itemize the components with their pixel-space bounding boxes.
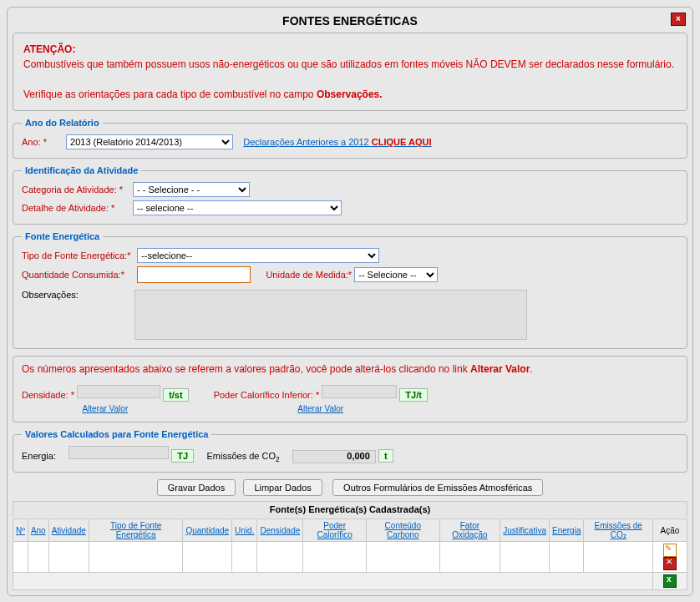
table-footer-row: [13, 573, 687, 590]
pci-unit: TJ/t: [399, 388, 428, 402]
qtd-label: Quantidade Consumida:*: [22, 270, 134, 280]
col-tipo[interactable]: Tipo de Fonte Energética: [110, 521, 161, 539]
limpar-button[interactable]: Limpar Dados: [243, 479, 322, 496]
col-justif[interactable]: Justificativa: [503, 526, 546, 535]
detalhe-label: Detalhe de Atividade: *: [22, 203, 130, 213]
alterar-densidade-link[interactable]: Alterar Valor: [82, 404, 128, 413]
energia-label: Energia:: [22, 451, 56, 461]
button-row: Gravar Dados Limpar Dados Outros Formulá…: [13, 479, 687, 496]
col-fator[interactable]: Fator Oxidação: [452, 521, 487, 539]
col-pci[interactable]: Poder Calorífico: [317, 521, 353, 539]
modal-window: FONTES ENERGÉTICAS × ATENÇÃO: Combustíve…: [7, 7, 693, 596]
declaracoes-anteriores-link[interactable]: Declarações Anteriores a 2012 CLIQUE AQU…: [243, 137, 431, 147]
title-bar: FONTES ENERGÉTICAS ×: [13, 13, 687, 33]
ano-select[interactable]: 2013 (Relatório 2014/2013): [66, 134, 233, 149]
table-title: Fonte(s) Energética(s) Cadastrada(s): [13, 501, 687, 517]
ano-legend: Ano do Relatório: [22, 118, 103, 128]
col-dens[interactable]: Densidade: [260, 526, 300, 535]
gravar-button[interactable]: Gravar Dados: [157, 479, 236, 496]
ano-fieldset: Ano do Relatório Ano: * 2013 (Relatório …: [13, 118, 687, 159]
ano-label: Ano: *: [22, 137, 63, 147]
fonte-table: Nº Ano Atividade Tipo de Fonte Energétic…: [13, 519, 687, 590]
densidade-value: [77, 385, 160, 398]
emis-value: 0,000: [292, 450, 376, 463]
table-row: [13, 542, 687, 573]
pci-label: Poder Calorífico Inferior: *: [214, 390, 320, 400]
col-no[interactable]: Nº: [16, 526, 25, 535]
tipo-fonte-select[interactable]: --selecione--: [137, 248, 379, 263]
col-emis[interactable]: Emissões de CO₂: [595, 521, 642, 539]
padrao-fieldset: Os números apresentados abaixo se refere…: [13, 356, 687, 422]
attention-heading: ATENÇÃO:: [23, 43, 75, 55]
close-icon[interactable]: ×: [671, 13, 686, 26]
densidade-unit: t/st: [163, 388, 189, 402]
emis-unit: t: [378, 449, 393, 463]
tipo-fonte-label: Tipo de Fonte Energética:*: [22, 250, 134, 261]
alterar-pci-link[interactable]: Alterar Valor: [297, 404, 343, 413]
detalhe-select[interactable]: -- selecione --: [133, 200, 342, 215]
ident-fieldset: Identificação da Atividade Categoria de …: [13, 165, 687, 225]
fonte-fieldset: Fonte Energética Tipo de Fonte Energétic…: [13, 231, 687, 349]
col-qtd[interactable]: Quantidade: [185, 526, 229, 535]
window-title: FONTES ENERGÉTICAS: [282, 14, 418, 28]
unid-select[interactable]: -- Selecione --: [354, 267, 438, 282]
col-unid[interactable]: Unid.: [235, 526, 254, 535]
obs-textarea: [134, 290, 527, 340]
col-carbono[interactable]: Conteúdo Carbono: [385, 521, 421, 539]
categoria-select[interactable]: - - Selecione - -: [133, 182, 250, 197]
padrao-note-c: .: [530, 363, 532, 375]
attention-line1: Combustíveis que também possuem usos não…: [23, 58, 674, 70]
unid-label: Unidade de Medida:*: [266, 270, 352, 280]
qtd-input[interactable]: [137, 266, 251, 283]
col-acao: Ação: [653, 519, 687, 542]
edit-icon[interactable]: [663, 544, 677, 557]
emis-label: Emissões de CO2: [206, 451, 279, 461]
energia-unit: TJ: [171, 449, 194, 463]
densidade-label: Densidade: *: [22, 390, 74, 400]
categoria-label: Categoria de Atividade: *: [22, 185, 130, 195]
attention-panel: ATENÇÃO: Combustíveis que também possuem…: [13, 33, 687, 111]
pci-value: [322, 385, 397, 398]
ident-legend: Identificação da Atividade: [22, 165, 141, 175]
obs-label: Observações:: [22, 290, 134, 300]
col-energia[interactable]: Energia: [552, 526, 581, 535]
attention-line2b: Observações.: [317, 89, 383, 100]
calc-legend: Valores Calculados para Fonte Energética: [22, 429, 211, 439]
padrao-note-a: Os números apresentados abaixo se refere…: [22, 363, 470, 375]
export-icon[interactable]: [663, 574, 677, 588]
energia-value: [68, 446, 169, 459]
fonte-legend: Fonte Energética: [22, 231, 103, 241]
calc-fieldset: Valores Calculados para Fonte Energética…: [13, 429, 687, 473]
attention-line2a: Verifique as orientações para cada tipo …: [23, 89, 317, 100]
col-atividade[interactable]: Atividade: [52, 526, 86, 535]
padrao-note-b: Alterar Valor: [470, 363, 530, 375]
outros-form-button[interactable]: Outros Formulários de Emissões Atmosféri…: [332, 479, 543, 496]
delete-icon[interactable]: [663, 557, 677, 570]
table-header-row: Nº Ano Atividade Tipo de Fonte Energétic…: [13, 519, 687, 542]
col-ano[interactable]: Ano: [31, 526, 46, 535]
